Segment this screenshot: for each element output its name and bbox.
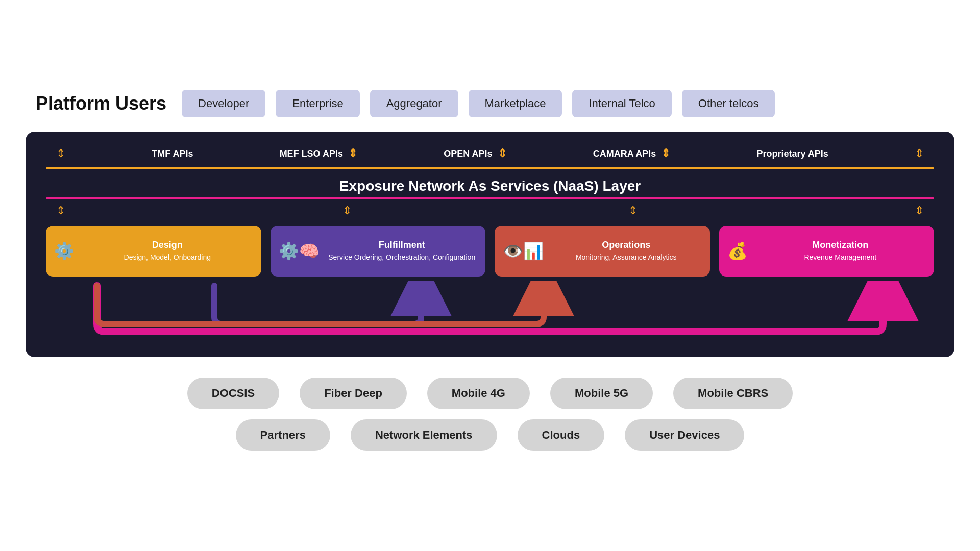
oval-fiber-deep: Fiber Deep (300, 378, 407, 409)
arrow-row2-2: ⇕ (342, 204, 352, 217)
mef-apis: MEF LSO APIs ⇕ (280, 147, 357, 160)
oval-user-devices: User Devices (625, 419, 744, 451)
tmf-apis-label: TMF APIs (152, 148, 193, 159)
tag-other-telcos: Other telcos (682, 90, 775, 117)
naas-label: Exposure Network As Services (NaaS) Laye… (46, 169, 934, 197)
service-boxes: ⚙️ Design Design, Model, Onboarding ⚙️🧠 … (46, 226, 934, 277)
oval-docsis: DOCSIS (187, 378, 279, 409)
operations-title: Operations (551, 240, 702, 251)
operations-sub: Monitoring, Assurance Analytics (551, 253, 702, 263)
tag-aggregator: Aggregator (370, 90, 458, 117)
api-row: ⇕ TMF APIs MEF LSO APIs ⇕ OPEN APIs ⇕ CA… (46, 147, 934, 160)
design-title: Design (82, 240, 253, 251)
box-fulfillment: ⚙️🧠 Fulfillment Service Ordering, Orches… (271, 226, 486, 277)
tag-internal-telco: Internal Telco (572, 90, 671, 117)
open-apis: OPEN APIs ⇕ (444, 147, 506, 160)
box-design: ⚙️ Design Design, Model, Onboarding (46, 226, 261, 277)
main-container: ⇕ TMF APIs MEF LSO APIs ⇕ OPEN APIs ⇕ CA… (26, 132, 954, 357)
camara-apis: CAMARA APIs ⇕ (593, 147, 671, 160)
arrow-row2-4: ⇕ (915, 204, 924, 217)
oval-network-elements: Network Elements (351, 419, 497, 451)
proprietary-apis-label: Proprietary APIs (756, 148, 828, 159)
arrow-row2: ⇕ ⇕ ⇕ ⇕ (46, 204, 934, 217)
arrows-flow (46, 281, 934, 337)
camara-apis-label: CAMARA APIs (593, 148, 656, 159)
oval-mobile-5g: Mobile 5G (550, 378, 653, 409)
fulfillment-icons: ⚙️🧠 (279, 241, 320, 261)
tmf-apis: TMF APIs (152, 148, 193, 159)
monetization-text: Monetization Revenue Management (755, 240, 926, 263)
design-text: Design Design, Model, Onboarding (82, 240, 253, 263)
arrow-row2-3: ⇕ (628, 204, 638, 217)
operations-icons: 👁️📊 (503, 241, 544, 261)
monetization-icons: 💰 (727, 241, 748, 261)
fulfillment-text: Fulfillment Service Ordering, Orchestrat… (327, 240, 478, 263)
page-wrapper: Platform Users Developer Enterprise Aggr… (26, 69, 954, 482)
arrow-4: ⇕ (661, 147, 670, 160)
oval-clouds: Clouds (518, 419, 605, 451)
ovals-row2: Partners Network Elements Clouds User De… (46, 419, 934, 451)
platform-users-row: Platform Users Developer Enterprise Aggr… (26, 90, 954, 117)
operations-text: Operations Monitoring, Assurance Analyti… (551, 240, 702, 263)
fulfillment-title: Fulfillment (327, 240, 478, 251)
design-icons: ⚙️ (54, 241, 75, 261)
box-monetization: 💰 Monetization Revenue Management (719, 226, 935, 277)
oval-mobile-cbrs: Mobile CBRS (673, 378, 793, 409)
oval-mobile-4g: Mobile 4G (427, 378, 530, 409)
tag-marketplace: Marketplace (469, 90, 562, 117)
open-apis-label: OPEN APIs (444, 148, 492, 159)
bottom-section: DOCSIS Fiber Deep Mobile 4G Mobile 5G Mo… (26, 378, 954, 451)
box-operations: 👁️📊 Operations Monitoring, Assurance Ana… (495, 226, 710, 277)
monetization-sub: Revenue Management (755, 253, 926, 263)
design-sub: Design, Model, Onboarding (82, 253, 253, 263)
ovals-row1: DOCSIS Fiber Deep Mobile 4G Mobile 5G Mo… (46, 378, 934, 409)
pink-line (46, 197, 934, 199)
tag-enterprise: Enterprise (276, 90, 359, 117)
fulfillment-sub: Service Ordering, Orchestration, Configu… (327, 253, 478, 263)
mef-apis-label: MEF LSO APIs (280, 148, 343, 159)
arrow-1: ⇕ (56, 147, 65, 160)
monetization-title: Monetization (755, 240, 926, 251)
arrow-row2-1: ⇕ (56, 204, 65, 217)
arrow-3: ⇕ (498, 147, 507, 160)
arrow-2: ⇕ (348, 147, 357, 160)
oval-partners: Partners (236, 419, 330, 451)
flow-svg (46, 281, 934, 337)
tag-developer: Developer (182, 90, 265, 117)
arrow-5: ⇕ (915, 147, 924, 160)
proprietary-apis: Proprietary APIs (756, 148, 828, 159)
platform-users-label: Platform Users (36, 93, 166, 114)
